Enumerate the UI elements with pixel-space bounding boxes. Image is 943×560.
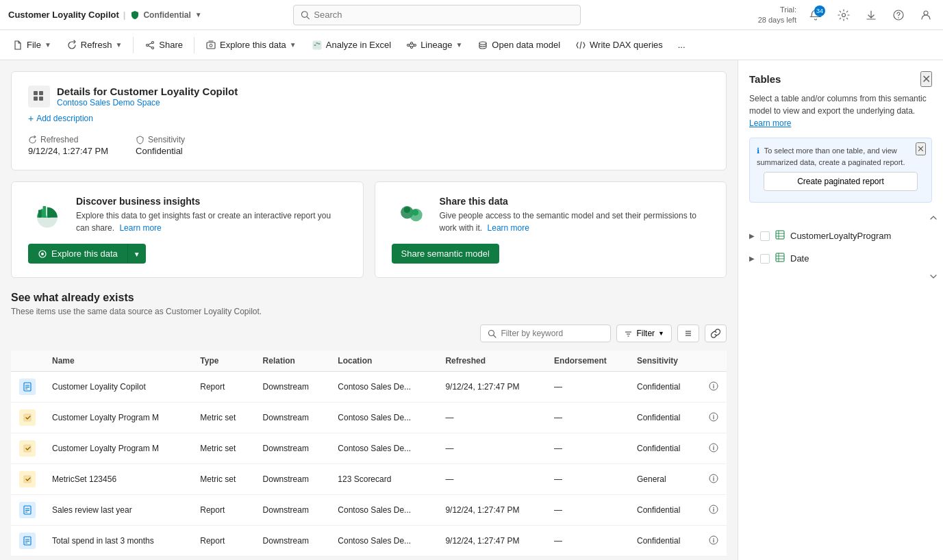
info-box-close-button[interactable]: ✕: [916, 142, 926, 155]
table-row[interactable]: Sales review last year Report Downstream…: [11, 495, 727, 526]
open-data-model-button[interactable]: Open data model: [470, 36, 567, 54]
svg-point-36: [403, 207, 410, 213]
gear-icon: [838, 9, 850, 21]
lineage-icon: [406, 40, 417, 51]
panel-learn-more[interactable]: Learn more: [749, 118, 791, 128]
create-paginated-report-button[interactable]: Create paginated report: [764, 172, 918, 191]
settings-button[interactable]: [835, 6, 853, 24]
write-dax-button[interactable]: Write DAX queries: [568, 36, 670, 54]
filter-keyword-input[interactable]: [501, 329, 603, 338]
svg-line-19: [410, 43, 411, 44]
list-view-button[interactable]: [677, 324, 699, 342]
table-row[interactable]: MetricSet 123456 Metric set Downstream 1…: [11, 464, 727, 495]
search-input[interactable]: [314, 10, 573, 20]
share-learn-more[interactable]: Learn more: [488, 223, 529, 233]
table-row[interactable]: Customer Loyality Copilot Report Downstr…: [11, 372, 727, 403]
info-row-icon[interactable]: [709, 535, 718, 545]
svg-point-6: [924, 11, 928, 15]
see-exists-section: See what already exists These items use …: [11, 292, 727, 557]
discover-learn-more[interactable]: Learn more: [119, 223, 161, 233]
table-item-checkbox[interactable]: [760, 231, 770, 241]
info-row-icon[interactable]: [709, 443, 718, 453]
svg-rect-83: [776, 253, 784, 262]
table-item-checkbox[interactable]: [760, 254, 770, 264]
confidential-group: Confidential: [129, 10, 190, 21]
refresh-icon: [66, 40, 77, 51]
panel-description: Select a table and/or columns from this …: [738, 92, 943, 138]
info-row-icon[interactable]: [709, 412, 718, 422]
top-bar: Customer Loyality Copilot | Confidential…: [0, 0, 943, 30]
share-title: Share this data: [440, 196, 710, 207]
panel-table-item[interactable]: ▶ CustomerLoyaltyProgram: [738, 225, 943, 247]
download-button[interactable]: [862, 6, 880, 24]
meta-row: Refreshed 9/12/24, 1:27:47 PM Sensitivit…: [28, 135, 709, 156]
svg-point-13: [210, 44, 212, 47]
svg-line-10: [149, 42, 152, 44]
file-chevron: ▼: [45, 41, 51, 49]
top-bar-right: Trial: 28 days left 34: [758, 5, 935, 25]
profile-icon: [920, 9, 932, 21]
profile-button[interactable]: [917, 6, 935, 24]
panel-table-item[interactable]: ▶ Date: [738, 247, 943, 270]
lineage-button[interactable]: Lineage ▼: [399, 36, 469, 54]
explore-data-icon: [38, 249, 47, 259]
info-row-icon[interactable]: [709, 474, 718, 483]
confidential-label: Confidential: [143, 10, 190, 20]
workspace-link[interactable]: Contoso Sales Demo Space: [57, 98, 160, 107]
explore-data-button[interactable]: Explore this data: [28, 244, 127, 264]
share-button[interactable]: Share: [138, 36, 190, 54]
question-icon: [892, 9, 905, 21]
svg-point-78: [713, 537, 714, 538]
svg-rect-75: [25, 542, 27, 544]
scroll-down-icon[interactable]: [929, 272, 938, 281]
panel-close-button[interactable]: ✕: [920, 71, 932, 87]
share-data-card: Share this data Give people access to th…: [375, 181, 727, 278]
refresh-button[interactable]: Refresh ▼: [60, 36, 129, 54]
svg-line-11: [149, 45, 152, 47]
file-button[interactable]: File ▼: [5, 36, 58, 54]
svg-point-15: [407, 44, 410, 46]
table-item-chevron: ▶: [749, 255, 755, 262]
info-row-icon[interactable]: [709, 505, 718, 514]
data-table: Name Type Relation Location Refreshed En…: [11, 351, 727, 557]
notification-button[interactable]: 34: [806, 5, 825, 25]
svg-rect-29: [38, 210, 42, 218]
svg-point-9: [147, 44, 149, 46]
table-item-label: CustomerLoyaltyProgram: [790, 231, 891, 241]
analyze-button[interactable]: Analyze in Excel: [305, 36, 398, 54]
svg-rect-24: [34, 91, 38, 95]
search-bar[interactable]: [293, 5, 581, 25]
file-icon: [12, 40, 23, 51]
table-items-list: ▶ CustomerLoyaltyProgram ▶ Date: [738, 225, 943, 270]
details-header: Details for Customer Loyality Copilot Co…: [28, 86, 709, 107]
chart-illustration: [28, 196, 66, 234]
lineage-chevron: ▼: [455, 41, 462, 49]
toolbar: File ▼ Refresh ▼ Share Explore this data…: [0, 30, 943, 60]
svg-point-71: [713, 507, 714, 507]
details-title: Details for Customer Loyality Copilot: [57, 86, 238, 97]
svg-point-52: [713, 383, 714, 384]
explore-button[interactable]: Explore this data ▼: [199, 36, 303, 54]
more-options-button[interactable]: ...: [671, 36, 692, 53]
share-semantic-model-button[interactable]: Share semantic model: [392, 244, 499, 264]
add-description-link[interactable]: + Add description: [28, 113, 709, 124]
refresh-chevron: ▼: [115, 41, 122, 49]
svg-line-20: [410, 45, 411, 47]
dropdown-chevron[interactable]: ▼: [195, 11, 202, 18]
help-button[interactable]: [890, 6, 907, 24]
sensitivity-meta: Sensitivity Confidential: [136, 135, 185, 156]
table-row[interactable]: Customer Loyalty Program M Metric set Do…: [11, 403, 727, 433]
table-row[interactable]: Customer Loyalty Program M Metric set Do…: [11, 433, 727, 464]
svg-point-7: [152, 41, 154, 43]
info-row-icon[interactable]: [709, 381, 718, 391]
svg-point-16: [411, 42, 413, 44]
link-button[interactable]: [705, 324, 727, 342]
filter-input-container[interactable]: [480, 324, 611, 342]
svg-rect-53: [24, 414, 31, 421]
table-row[interactable]: Total spend in last 3 months Report Down…: [11, 526, 727, 557]
list-icon: [683, 329, 693, 338]
sensitivity-value: Confidential: [136, 146, 185, 156]
scroll-up-icon[interactable]: [929, 214, 938, 222]
explore-dropdown-button[interactable]: ▼: [127, 244, 146, 264]
filter-button[interactable]: Filter ▼: [616, 324, 672, 342]
